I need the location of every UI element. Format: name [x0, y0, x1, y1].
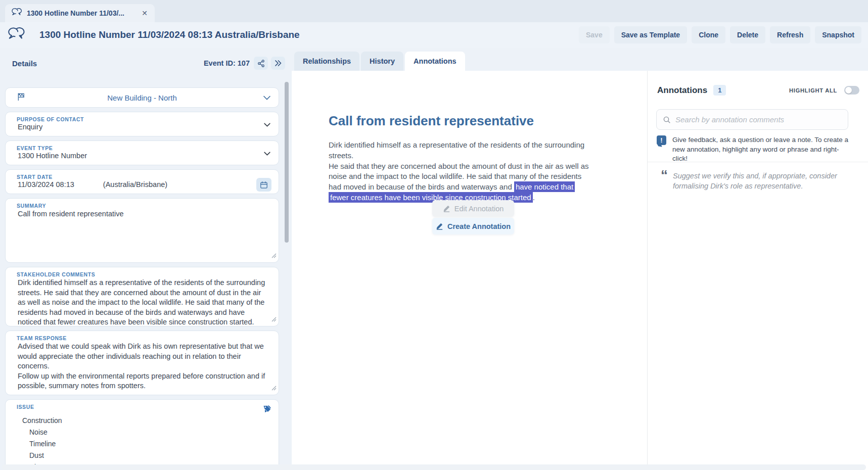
menu-item-label: Edit Annotation: [454, 205, 504, 213]
issue-item[interactable]: Dust: [6, 450, 279, 461]
chat-bubbles-icon: [7, 26, 25, 43]
document-paragraph-2: He said that they are concerned about th…: [329, 161, 593, 203]
field-label: ISSUE: [6, 400, 279, 410]
pen-icon: [436, 222, 443, 230]
tab-history[interactable]: History: [361, 52, 403, 71]
team-response-textarea[interactable]: TEAM RESPONSE Advised that we could spea…: [5, 331, 279, 395]
delete-button[interactable]: Delete: [730, 26, 765, 43]
issue-field: ISSUE Construction Noise Timeline Dust E…: [5, 399, 279, 470]
field-label: TEAM RESPONSE: [6, 331, 279, 342]
pen-icon: [443, 205, 450, 212]
field-label: EVENT TYPE: [6, 141, 279, 152]
close-tab-icon[interactable]: ✕: [141, 9, 149, 17]
double-chevron-right-icon: [274, 60, 282, 67]
chevron-down-icon: [264, 120, 270, 129]
resize-handle[interactable]: [271, 251, 277, 260]
window-tab[interactable]: 1300 Hotline Number 11/03/... ✕: [5, 4, 155, 22]
event-id: Event ID: 107: [204, 59, 250, 67]
clone-button[interactable]: Clone: [692, 26, 725, 43]
menu-item-label: Create Annotation: [447, 222, 511, 230]
location-dropdown[interactable]: New Building - North: [5, 87, 279, 108]
issue-list: Construction Noise Timeline Dust Environ…: [6, 415, 279, 470]
annotation-context-menu: Edit Annotation Create Annotation: [432, 200, 514, 236]
start-date-field[interactable]: START DATE 11/03/2024 08:13(Australia/Br…: [5, 169, 279, 194]
field-label: STAKEHOLDER COMMENTS: [6, 267, 279, 278]
content-tabs: Relationships History Annotations: [294, 52, 465, 71]
field-value: Enquiry: [6, 123, 279, 131]
stakeholder-comments-textarea[interactable]: STAKEHOLDER COMMENTS Dirk identified him…: [5, 267, 279, 326]
save-as-template-button[interactable]: Save as Template: [614, 26, 687, 43]
timezone-value: (Australia/Brisbane): [103, 180, 167, 189]
toggle-knob: [845, 87, 852, 93]
paragraph-text: .: [533, 193, 535, 202]
header-actions: Save Save as Template Clone Delete Refre…: [579, 26, 868, 43]
annotations-tab-content: Call from resident representative Dirk i…: [292, 71, 868, 470]
event-type-select[interactable]: EVENT TYPE 1300 Hotline Number: [5, 140, 279, 165]
details-scrollbar[interactable]: [285, 82, 289, 243]
resize-handle[interactable]: [271, 315, 277, 324]
field-value: 1300 Hotline Number: [6, 152, 279, 160]
event-document: Call from resident representative Dirk i…: [329, 113, 593, 203]
search-icon: [663, 116, 671, 124]
details-title: Details: [12, 59, 204, 68]
tab-relationships[interactable]: Relationships: [294, 52, 359, 71]
horizontal-scrollbar[interactable]: [2, 464, 866, 470]
date-value: 11/03/2024 08:13: [18, 180, 74, 189]
issue-item[interactable]: Noise: [6, 427, 279, 438]
annotations-divider: [648, 162, 868, 162]
share-icon: [257, 60, 265, 67]
collapse-panel-button[interactable]: [271, 57, 285, 70]
snapshot-button[interactable]: Snapshot: [815, 26, 861, 43]
field-label: PURPOSE OF CONTACT: [6, 112, 279, 123]
share-button[interactable]: [254, 57, 268, 70]
chat-bubbles-icon: [11, 8, 22, 19]
window-tab-title: 1300 Hotline Number 11/03/...: [27, 9, 136, 17]
resize-handle[interactable]: [271, 384, 277, 393]
tab-annotations[interactable]: Annotations: [405, 52, 465, 71]
details-panel: Details Event ID: 107: [0, 48, 292, 470]
save-button[interactable]: Save: [579, 26, 610, 43]
refresh-button[interactable]: Refresh: [770, 26, 810, 43]
document-heading: Call from resident representative: [329, 113, 593, 129]
annotations-title: Annotations: [657, 85, 707, 96]
feedback-icon: !: [657, 135, 666, 145]
calendar-button[interactable]: [256, 178, 271, 192]
main-area: Relationships History Annotations Call f…: [292, 48, 868, 470]
tags-icon[interactable]: [262, 404, 272, 415]
annotations-count-badge: 1: [713, 85, 726, 96]
search-input[interactable]: [675, 115, 842, 124]
chevron-down-icon: [263, 93, 270, 102]
stakeholder-comments-value: Dirk identified himself as a representat…: [6, 278, 279, 327]
chevron-down-icon: [264, 149, 270, 158]
calendar-icon: [260, 181, 268, 189]
start-date-value: 11/03/2024 08:13(Australia/Brisbane): [6, 180, 279, 189]
highlight-all-toggle[interactable]: [844, 86, 859, 95]
document-paragraph-1: Dirk identified himself as a representat…: [329, 140, 593, 161]
location-value: New Building - North: [6, 93, 279, 102]
field-label: SUMMARY: [6, 199, 279, 209]
quote-icon: “: [661, 170, 668, 191]
annotation-item[interactable]: “ Suggest we verify this and, if appropr…: [661, 170, 849, 191]
flag-icon: [17, 92, 25, 103]
details-fields: New Building - North PURPOSE OF CONTACT …: [5, 87, 279, 470]
highlight-all-label: HIGHLIGHT ALL: [789, 87, 837, 93]
annotation-comment: Suggest we verify this and, if appropria…: [673, 170, 847, 191]
create-annotation-menu-item[interactable]: Create Annotation: [432, 218, 514, 234]
summary-textarea[interactable]: SUMMARY Call from resident representativ…: [5, 198, 279, 263]
window-tab-strip: 1300 Hotline Number 11/03/... ✕: [0, 0, 868, 22]
page-header: 1300 Hotline Number 11/03/2024 08:13 Aus…: [0, 22, 868, 48]
purpose-of-contact-select[interactable]: PURPOSE OF CONTACT Enquiry: [5, 112, 279, 136]
issue-item[interactable]: Construction: [6, 415, 279, 427]
annotations-panel: Annotations 1 HIGHLIGHT ALL ! Give feedb…: [648, 71, 868, 470]
page-title: 1300 Hotline Number 11/03/2024 08:13 Aus…: [39, 29, 579, 40]
hint-text: Give feedback, ask a question or leave a…: [672, 135, 852, 164]
team-response-line1: Advised that we could speak with Dirk as…: [6, 342, 279, 371]
annotations-panel-header: Annotations 1 HIGHLIGHT ALL: [657, 85, 859, 96]
edit-annotation-menu-item[interactable]: Edit Annotation: [432, 200, 514, 217]
field-label: START DATE: [6, 170, 279, 180]
team-response-line2: Follow up with the environmental reports…: [6, 371, 279, 391]
annotation-hint: ! Give feedback, ask a question or leave…: [657, 135, 856, 164]
summary-value: Call from resident representative: [6, 209, 279, 219]
annotation-search: [656, 109, 848, 130]
issue-item[interactable]: Timeline: [6, 438, 279, 450]
